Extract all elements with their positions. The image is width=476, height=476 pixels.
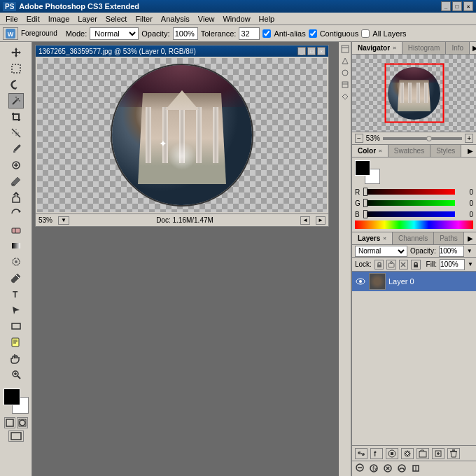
tab-styles[interactable]: Styles — [430, 145, 461, 157]
slice-tool[interactable] — [8, 125, 24, 141]
close-button[interactable]: × — [463, 1, 473, 11]
menu-layer[interactable]: Layer — [74, 14, 102, 24]
move-tool[interactable] — [8, 45, 24, 60]
blend-mode-select[interactable]: Normal — [355, 246, 407, 257]
menu-image[interactable]: Image — [44, 14, 74, 24]
zoom-out-btn[interactable]: − — [355, 134, 363, 143]
tab-layers-close[interactable]: × — [383, 235, 386, 241]
layers-bottom-icon-5[interactable] — [411, 463, 421, 475]
eyedropper-tool[interactable] — [8, 141, 24, 157]
tool-preset-picker[interactable]: W — [3, 27, 18, 40]
navigator-panel-menu-btn[interactable]: ▶ — [470, 43, 476, 53]
lock-transparent-btn[interactable] — [374, 260, 384, 270]
lock-position-btn[interactable] — [399, 260, 408, 270]
menu-edit[interactable]: Edit — [22, 14, 44, 24]
tolerance-input[interactable] — [239, 27, 260, 40]
layers-bottom-icon-1[interactable] — [355, 463, 365, 475]
standard-mode-btn[interactable] — [4, 417, 15, 428]
menu-file[interactable]: File — [1, 14, 22, 24]
layers-panel-menu-btn[interactable]: ▶ — [465, 233, 476, 244]
document-canvas[interactable]: ✦ — [37, 58, 327, 212]
layers-bottom-icon-3[interactable] — [383, 463, 393, 475]
tab-layers[interactable]: Layers × — [352, 232, 393, 244]
lock-all-btn[interactable] — [411, 260, 420, 270]
magic-wand-tool[interactable] — [8, 93, 24, 108]
layers-bottom-icon-2[interactable]: fx — [369, 463, 379, 475]
zoom-tool[interactable] — [8, 367, 24, 382]
zoom-in-btn[interactable]: + — [465, 134, 473, 143]
doc-close-btn[interactable]: × — [317, 47, 326, 55]
foreground-color-swatch[interactable] — [4, 388, 20, 405]
r-slider[interactable] — [363, 189, 455, 195]
notes-tool[interactable] — [8, 335, 24, 350]
tab-navigator[interactable]: Navigator × — [352, 42, 402, 54]
tab-navigator-close[interactable]: × — [393, 45, 396, 51]
minimize-button[interactable]: _ — [441, 1, 451, 11]
anti-alias-checkbox[interactable] — [262, 29, 271, 38]
blur-tool[interactable] — [8, 254, 24, 270]
tab-paths[interactable]: Paths — [434, 232, 464, 244]
menu-view[interactable]: View — [194, 14, 219, 24]
tab-color-close[interactable]: × — [379, 148, 382, 154]
clone-stamp-tool[interactable] — [8, 190, 24, 205]
healing-brush-tool[interactable] — [8, 158, 24, 173]
panel-toggle-btn-5[interactable] — [340, 91, 351, 102]
eraser-tool[interactable] — [8, 222, 24, 237]
fill-input[interactable] — [440, 259, 465, 270]
layers-bottom-icon-4[interactable] — [397, 463, 407, 475]
navigator-preview[interactable] — [352, 55, 476, 132]
doc-info-arrow-right[interactable]: ► — [316, 216, 326, 225]
color-panel-menu-btn[interactable]: ▶ — [465, 146, 476, 156]
layer-visibility-eye[interactable] — [355, 276, 366, 287]
opacity-arrow[interactable]: ▼ — [467, 248, 472, 254]
color-spectrum[interactable] — [355, 220, 473, 229]
screen-mode-btn[interactable] — [8, 430, 24, 442]
contiguous-checkbox[interactable] — [309, 29, 317, 38]
g-slider[interactable] — [363, 200, 455, 206]
brush-tool[interactable] — [8, 174, 24, 189]
opacity-input[interactable] — [439, 246, 464, 257]
menu-filter[interactable]: Filter — [131, 14, 156, 24]
gradient-tool[interactable] — [8, 238, 24, 253]
menu-analysis[interactable]: Analysis — [157, 14, 194, 24]
delete-layer-btn[interactable] — [447, 448, 460, 459]
opacity-input[interactable] — [173, 27, 198, 40]
add-style-btn[interactable]: f — [370, 448, 383, 459]
panel-toggle-btn-1[interactable] — [340, 43, 351, 55]
crop-tool[interactable] — [8, 109, 24, 125]
new-layer-btn[interactable] — [432, 448, 444, 459]
quick-mask-btn[interactable] — [17, 417, 28, 428]
path-selection-tool[interactable] — [8, 302, 24, 318]
doc-minimize-btn[interactable]: _ — [298, 47, 306, 55]
tab-histogram[interactable]: Histogram — [402, 42, 447, 54]
hand-tool[interactable] — [8, 351, 24, 366]
panel-toggle-btn-4[interactable] — [340, 79, 351, 90]
lasso-tool[interactable] — [8, 77, 24, 92]
tab-swatches[interactable]: Swatches — [388, 145, 430, 157]
add-adjustment-btn[interactable] — [401, 448, 414, 459]
zoom-slider[interactable] — [383, 137, 462, 140]
menu-select[interactable]: Select — [102, 14, 132, 24]
menu-help[interactable]: Help — [255, 14, 279, 24]
all-layers-checkbox[interactable] — [361, 29, 370, 38]
tab-channels[interactable]: Channels — [393, 232, 434, 244]
zoom-menu-btn[interactable]: ▼ — [58, 216, 69, 225]
menu-window[interactable]: Window — [218, 14, 254, 24]
layer-row-0[interactable]: Layer 0 — [352, 272, 476, 291]
tab-color[interactable]: Color × — [352, 145, 388, 157]
add-mask-btn[interactable] — [386, 448, 398, 459]
history-brush-tool[interactable] — [8, 206, 24, 221]
link-layers-btn[interactable] — [355, 448, 368, 459]
pen-tool[interactable] — [8, 270, 24, 286]
mode-select[interactable]: Normal — [90, 27, 139, 40]
shape-tool[interactable] — [8, 318, 24, 334]
maximize-button[interactable]: □ — [452, 1, 462, 11]
create-group-btn[interactable] — [416, 448, 429, 459]
fill-arrow[interactable]: ▼ — [468, 261, 473, 267]
doc-maximize-btn[interactable]: □ — [307, 47, 316, 55]
foreground-color-box[interactable] — [355, 160, 370, 176]
panel-toggle-btn-2[interactable] — [340, 55, 351, 66]
tab-info[interactable]: Info — [446, 42, 470, 54]
panel-toggle-btn-3[interactable] — [340, 67, 351, 78]
doc-info-arrow-left[interactable]: ◄ — [300, 216, 310, 225]
